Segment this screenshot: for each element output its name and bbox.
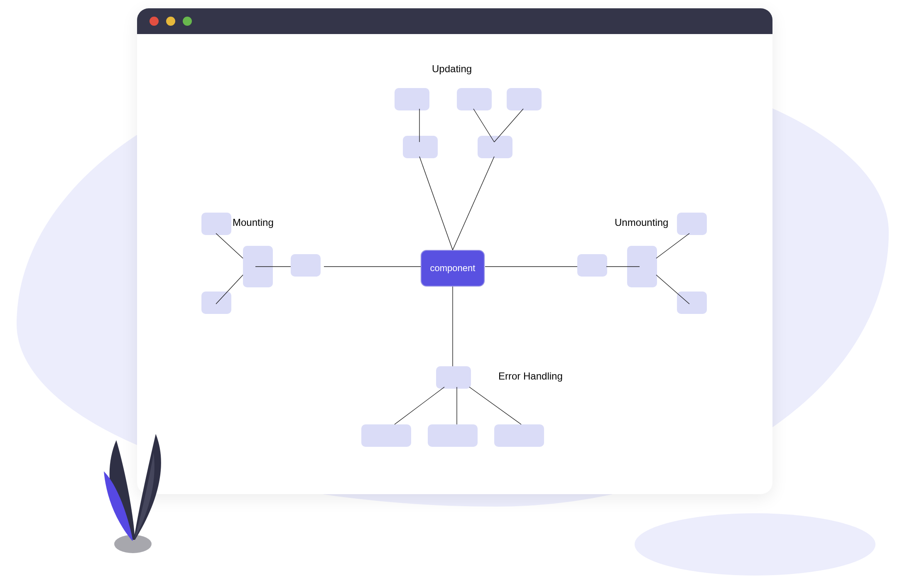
svg-line-17 [469,387,521,424]
svg-line-12 [656,233,689,258]
svg-line-1 [419,157,453,250]
svg-line-2 [453,157,494,250]
svg-line-8 [216,233,243,258]
svg-line-13 [656,275,689,304]
minimize-icon[interactable] [166,17,175,26]
background-blob-2 [635,513,875,576]
zoom-icon[interactable] [183,17,192,26]
browser-window: Updating Mounting Unmounting Error Handl… [137,8,772,494]
feather-decoration [83,424,191,556]
window-titlebar [137,8,772,34]
svg-line-15 [395,387,444,424]
close-icon[interactable] [150,17,159,26]
svg-line-5 [494,109,523,142]
diagram-edges [137,34,772,494]
svg-line-4 [473,109,494,142]
diagram-canvas: Updating Mounting Unmounting Error Handl… [137,34,772,494]
svg-line-9 [216,275,243,304]
